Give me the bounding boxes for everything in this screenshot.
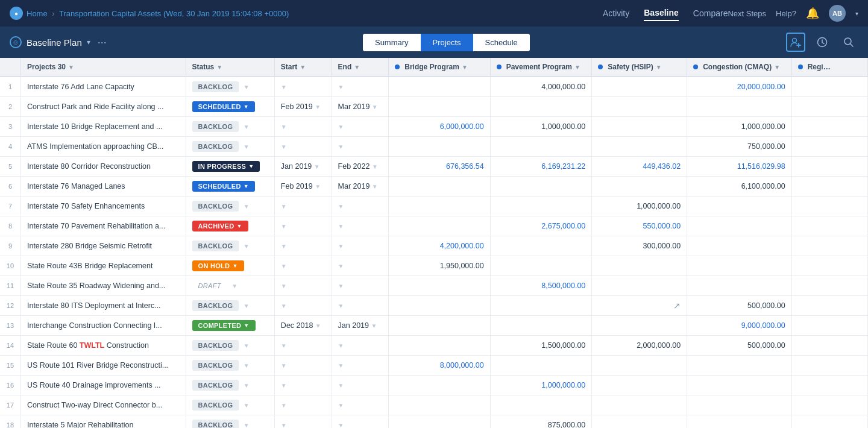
end-filter-icon[interactable]: ▼ bbox=[338, 203, 344, 210]
expand-icon[interactable]: ↗ bbox=[673, 301, 681, 310]
start-filter-icon[interactable]: ▼ bbox=[281, 243, 287, 250]
end-filter-icon[interactable]: ▼ bbox=[338, 263, 344, 269]
project-name-cell[interactable]: Construct Park and Ride Facility along .… bbox=[20, 97, 186, 117]
status-filter-icon[interactable]: ▼ bbox=[244, 342, 250, 349]
start-filter-icon[interactable]: ▼ bbox=[281, 402, 287, 409]
next-steps-button[interactable]: Next Steps bbox=[728, 9, 766, 18]
project-name-cell[interactable]: Construct Two-way Direct Connector b... bbox=[20, 395, 186, 415]
notification-icon[interactable]: 🔔 bbox=[806, 7, 819, 20]
status-badge[interactable]: DRAFT bbox=[192, 280, 227, 291]
status-filter-icon[interactable]: ▼ bbox=[244, 143, 250, 150]
start-filter-icon[interactable]: ▼ bbox=[315, 183, 321, 190]
tab-summary[interactable]: Summary bbox=[363, 34, 421, 51]
pavement-value[interactable]: 6,169,231.22 bbox=[541, 162, 585, 171]
status-badge[interactable]: BACKLOG bbox=[192, 420, 239, 428]
nav-compare[interactable]: Compare bbox=[693, 6, 728, 20]
status-dropdown-icon[interactable]: ▼ bbox=[244, 104, 249, 110]
help-button[interactable]: Help? bbox=[776, 9, 796, 18]
end-filter-icon[interactable]: ▼ bbox=[338, 342, 344, 349]
status-badge[interactable]: BACKLOG bbox=[192, 340, 239, 351]
col-congestion-filter-icon[interactable]: ▼ bbox=[774, 64, 780, 71]
breadcrumb-home[interactable]: Home bbox=[27, 9, 48, 18]
project-name-cell[interactable]: Interchange Construction Connecting I... bbox=[20, 316, 186, 336]
end-filter-icon[interactable]: ▼ bbox=[338, 402, 344, 409]
start-filter-icon[interactable]: ▼ bbox=[281, 84, 287, 90]
col-safety-filter-icon[interactable]: ▼ bbox=[656, 64, 662, 71]
status-badge[interactable]: COMPLETED ▼ bbox=[192, 320, 256, 331]
start-filter-icon[interactable]: ▼ bbox=[281, 223, 287, 230]
status-dropdown-icon[interactable]: ▼ bbox=[248, 163, 254, 169]
tab-projects[interactable]: Projects bbox=[421, 34, 473, 51]
project-name-cell[interactable]: Interstate 280 Bridge Seismic Retrofit bbox=[20, 236, 186, 256]
status-badge[interactable]: BACKLOG bbox=[192, 81, 239, 92]
start-filter-icon[interactable]: ▼ bbox=[315, 323, 321, 329]
bridge-value[interactable]: 4,200,000.00 bbox=[440, 242, 484, 250]
col-project-filter-icon[interactable]: ▼ bbox=[68, 64, 74, 71]
start-filter-icon[interactable]: ▼ bbox=[281, 263, 287, 269]
end-filter-icon[interactable]: ▼ bbox=[338, 303, 344, 309]
status-filter-icon[interactable]: ▼ bbox=[244, 362, 250, 369]
status-badge[interactable]: SCHEDULED ▼ bbox=[192, 181, 255, 192]
end-filter-icon[interactable]: ▼ bbox=[372, 104, 378, 110]
status-badge[interactable]: BACKLOG bbox=[192, 300, 239, 311]
status-filter-icon[interactable]: ▼ bbox=[244, 84, 250, 90]
congestion-value[interactable]: 20,000,000.00 bbox=[737, 83, 785, 91]
pavement-value[interactable]: 8,500,000.00 bbox=[541, 282, 585, 290]
col-bridge-filter-icon[interactable]: ▼ bbox=[462, 64, 468, 71]
clock-icon[interactable] bbox=[813, 33, 832, 52]
project-name-cell[interactable]: Interstate 70 Pavement Rehabilitation a.… bbox=[20, 216, 186, 236]
nav-baseline[interactable]: Baseline bbox=[644, 5, 679, 21]
status-dropdown-icon[interactable]: ▼ bbox=[232, 263, 237, 269]
end-filter-icon[interactable]: ▼ bbox=[338, 382, 344, 389]
project-name-cell[interactable]: State Route 35 Roadway Widening and... bbox=[20, 276, 186, 296]
tab-schedule[interactable]: Schedule bbox=[473, 34, 530, 51]
start-filter-icon[interactable]: ▼ bbox=[281, 203, 287, 210]
status-badge[interactable]: BACKLOG bbox=[192, 201, 239, 212]
start-filter-icon[interactable]: ▼ bbox=[281, 422, 287, 428]
plan-title[interactable]: Baseline Plan bbox=[27, 37, 82, 48]
safety-value[interactable]: 550,000.00 bbox=[643, 222, 681, 230]
col-status-filter-icon[interactable]: ▼ bbox=[216, 64, 222, 71]
project-name-cell[interactable]: Interstate 70 Safety Enhancements bbox=[20, 197, 186, 216]
account-chevron-icon[interactable]: ▾ bbox=[855, 10, 858, 17]
status-badge[interactable]: BACKLOG bbox=[192, 400, 239, 411]
start-filter-icon[interactable]: ▼ bbox=[281, 303, 287, 309]
end-filter-icon[interactable]: ▼ bbox=[338, 422, 344, 428]
status-filter-icon[interactable]: ▼ bbox=[244, 243, 250, 250]
home-icon[interactable]: ● bbox=[10, 7, 23, 20]
project-name-cell[interactable]: US Route 40 Drainage improvements ... bbox=[20, 376, 186, 395]
project-name-cell[interactable]: Interstate 80 Corridor Reconstruction bbox=[20, 157, 186, 177]
status-filter-icon[interactable]: ▼ bbox=[231, 283, 237, 289]
status-badge[interactable]: SCHEDULED ▼ bbox=[192, 101, 255, 112]
start-filter-icon[interactable]: ▼ bbox=[281, 342, 287, 349]
breadcrumb-project[interactable]: Transportation Capital Assets (Wed, 30 J… bbox=[59, 9, 289, 18]
add-user-icon[interactable] bbox=[786, 33, 805, 52]
project-name-cell[interactable]: Interstate 76 Managed Lanes bbox=[20, 177, 186, 197]
start-filter-icon[interactable]: ▼ bbox=[314, 163, 320, 170]
status-badge[interactable]: BACKLOG bbox=[192, 360, 239, 371]
project-name-cell[interactable]: US Route 101 River Bridge Reconstructi..… bbox=[20, 356, 186, 376]
ellipsis-menu-button[interactable]: ··· bbox=[98, 36, 107, 49]
start-filter-icon[interactable]: ▼ bbox=[281, 382, 287, 389]
congestion-value[interactable]: 11,516,029.98 bbox=[737, 162, 785, 171]
status-badge[interactable]: BACKLOG bbox=[192, 380, 239, 391]
pavement-value[interactable]: 1,000,000.00 bbox=[541, 381, 585, 389]
end-filter-icon[interactable]: ▼ bbox=[338, 362, 344, 369]
status-dropdown-icon[interactable]: ▼ bbox=[244, 183, 249, 189]
end-filter-icon[interactable]: ▼ bbox=[338, 143, 344, 150]
status-dropdown-icon[interactable]: ▼ bbox=[236, 223, 242, 229]
status-badge[interactable]: ON HOLD ▼ bbox=[192, 260, 244, 271]
end-filter-icon[interactable]: ▼ bbox=[338, 124, 344, 130]
pavement-value[interactable]: 2,675,000.00 bbox=[541, 222, 585, 230]
start-filter-icon[interactable]: ▼ bbox=[281, 362, 287, 369]
congestion-value[interactable]: 9,000,000.00 bbox=[741, 321, 785, 330]
project-name-cell[interactable]: Interstate 80 ITS Deployment at Interc..… bbox=[20, 296, 186, 316]
avatar[interactable]: AB bbox=[829, 5, 846, 22]
search-icon[interactable] bbox=[839, 33, 858, 52]
plan-chevron-icon[interactable]: ▾ bbox=[87, 38, 90, 46]
status-filter-icon[interactable]: ▼ bbox=[244, 124, 250, 130]
project-name-cell[interactable]: State Route 60 TWLTL Construction bbox=[20, 336, 186, 356]
status-badge[interactable]: ARCHIVED ▼ bbox=[192, 221, 248, 231]
bridge-value[interactable]: 6,000,000.00 bbox=[440, 122, 484, 131]
project-name-cell[interactable]: ATMS Implementation approaching CB... bbox=[20, 137, 186, 157]
